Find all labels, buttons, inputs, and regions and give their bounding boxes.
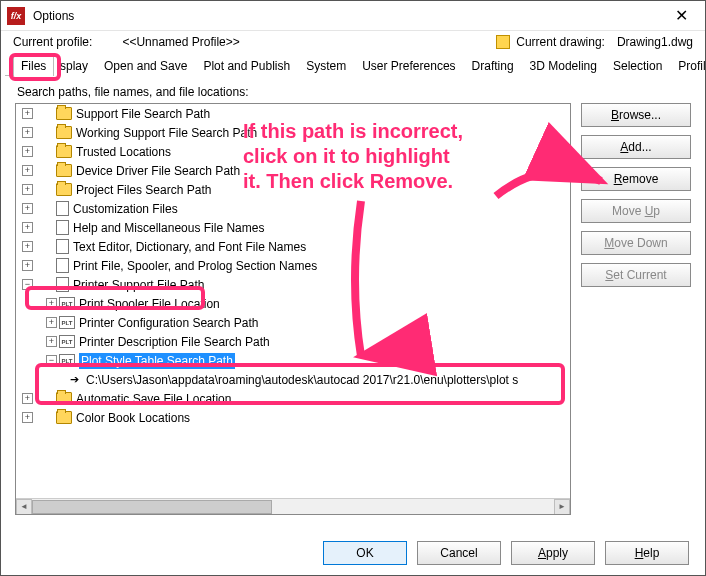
tree-item[interactable]: Printer Description File Search Path [79,335,270,349]
page-icon [56,258,69,273]
tree-item[interactable]: Help and Miscellaneous File Names [73,221,264,235]
tab-system[interactable]: System [298,55,354,76]
tab-profiles[interactable]: Profiles [670,55,706,76]
profile-row: Current profile: <<Unnamed Profile>> Cur… [1,31,705,51]
tree-item[interactable]: Printer Configuration Search Path [79,316,258,330]
app-icon: f/x [7,7,25,25]
expand-icon[interactable]: + [22,393,33,404]
path-arrow-icon: ➔ [66,373,82,386]
tree-item[interactable]: Trusted Locations [76,145,171,159]
move-up-button: Move Up [581,199,691,223]
expand-icon[interactable]: + [46,298,57,309]
browse-button[interactable]: Browse... [581,103,691,127]
tab-drafting[interactable]: Drafting [464,55,522,76]
expand-icon[interactable]: + [22,108,33,119]
help-button[interactable]: Help [605,541,689,565]
tree-item-plot-style-selected[interactable]: Plot Style Table Search Path [79,353,235,369]
page-icon [56,220,69,235]
plt-icon: PLT [59,335,75,348]
dialog-buttons: OK Cancel Apply Help [323,541,689,565]
expand-icon[interactable]: + [22,260,33,271]
set-current-button: Set Current [581,263,691,287]
tab-plot-publish[interactable]: Plot and Publish [195,55,298,76]
horizontal-scrollbar[interactable]: ◄ ► [16,498,570,514]
page-icon [56,277,69,292]
folder-icon [56,392,72,405]
folder-icon [56,164,72,177]
tree-item-path[interactable]: C:\Users\Jason\appdata\roaming\autodesk\… [86,373,518,387]
page-icon [56,239,69,254]
tree-view[interactable]: +Support File Search Path +Working Suppo… [15,103,571,515]
apply-button[interactable]: Apply [511,541,595,565]
expand-icon[interactable]: + [22,222,33,233]
collapse-icon[interactable]: − [22,279,33,290]
tree-item[interactable]: Customization Files [73,202,178,216]
folder-icon [56,411,72,424]
tree-item-printer-support[interactable]: Printer Support File Path [73,278,204,292]
expand-icon[interactable]: + [22,165,33,176]
tree-item[interactable]: Support File Search Path [76,107,210,121]
tab-3d-modeling[interactable]: 3D Modeling [522,55,605,76]
main-panel: Search paths, file names, and file locat… [9,79,697,523]
expand-icon[interactable]: + [22,241,33,252]
expand-icon[interactable]: + [22,203,33,214]
scroll-right-icon[interactable]: ► [554,499,570,515]
titlebar: f/x Options ✕ [1,1,705,31]
tree-item[interactable]: Print Spooler File Location [79,297,220,311]
close-icon[interactable]: ✕ [661,2,701,30]
scroll-left-icon[interactable]: ◄ [16,499,32,515]
expand-icon[interactable]: + [46,317,57,328]
drawing-icon [496,35,510,49]
plt-icon: PLT [59,316,75,329]
tree-item[interactable]: Project Files Search Path [76,183,211,197]
expand-icon[interactable]: + [22,184,33,195]
tab-selection[interactable]: Selection [605,55,670,76]
current-profile-label: Current profile: [13,35,92,49]
current-profile-value: <<Unnamed Profile>> [122,35,239,49]
tree-item[interactable]: Automatic Save File Location [76,392,231,406]
tabs: Files isplay Open and Save Plot and Publ… [5,55,701,76]
expand-icon[interactable]: + [22,412,33,423]
expand-icon[interactable]: + [22,146,33,157]
folder-icon [56,183,72,196]
remove-button[interactable]: Remove [581,167,691,191]
tree-item[interactable]: Color Book Locations [76,411,190,425]
tree-item[interactable]: Print File, Spooler, and Prolog Section … [73,259,317,273]
search-paths-label: Search paths, file names, and file locat… [17,85,691,99]
ok-button[interactable]: OK [323,541,407,565]
expand-icon[interactable]: + [22,127,33,138]
tab-user-prefs[interactable]: User Preferences [354,55,463,76]
page-icon [56,201,69,216]
scroll-thumb[interactable] [32,500,272,514]
plt-icon: PLT [59,354,75,367]
window-title: Options [33,9,74,23]
move-down-button: Move Down [581,231,691,255]
current-drawing-value: Drawing1.dwg [617,35,693,49]
tab-open-save[interactable]: Open and Save [96,55,195,76]
tree-item[interactable]: Text Editor, Dictionary, and Font File N… [73,240,306,254]
current-drawing-label: Current drawing: [516,35,605,49]
folder-icon [56,145,72,158]
tree-item[interactable]: Working Support File Search Path [76,126,257,140]
expand-icon[interactable]: + [46,336,57,347]
tab-display[interactable]: isplay [54,55,96,76]
folder-icon [56,107,72,120]
collapse-icon[interactable]: − [46,355,57,366]
side-buttons: Browse... Add... Remove Move Up Move Dow… [571,103,691,515]
cancel-button[interactable]: Cancel [417,541,501,565]
tab-files[interactable]: Files [13,55,54,76]
tree-item[interactable]: Device Driver File Search Path [76,164,240,178]
add-button[interactable]: Add... [581,135,691,159]
folder-icon [56,126,72,139]
plt-icon: PLT [59,297,75,310]
